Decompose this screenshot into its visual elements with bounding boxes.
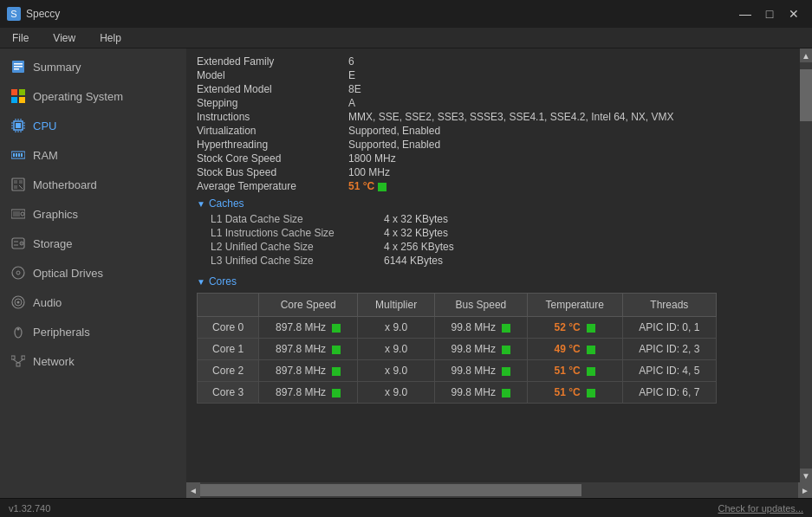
title-bar-left: S Speccy (7, 7, 60, 21)
core-name: Core 3 (198, 382, 259, 404)
caches-arrow-icon: ▼ (197, 199, 205, 209)
core-temperature: 51 °C (527, 360, 622, 382)
cache-row-value: 4 x 32 KBytes (384, 213, 448, 225)
core-multiplier: x 9.0 (358, 382, 435, 404)
svg-rect-5 (19, 89, 25, 95)
sidebar-label-os: Operating System (33, 90, 123, 103)
scroll-right-button[interactable]: ► (798, 482, 812, 498)
status-bar: v1.32.740 Check for updates... (0, 498, 812, 517)
info-row-value: 51 °C (348, 180, 387, 192)
core-multiplier: x 9.0 (358, 317, 435, 339)
cores-table-wrapper: Core SpeedMultiplierBus SpeedTemperature… (197, 293, 789, 404)
sidebar-label-motherboard: Motherboard (33, 178, 97, 191)
core-bus-speed: 99.8 MHz (434, 317, 527, 339)
menu-view[interactable]: View (48, 30, 81, 46)
cache-rows: L1 Data Cache Size4 x 32 KBytesL1 Instru… (197, 213, 789, 267)
check-updates-link[interactable]: Check for updates... (718, 503, 803, 514)
scroll-track-horizontal[interactable] (200, 482, 798, 498)
sidebar-item-optical-drives[interactable]: Optical Drives (0, 258, 186, 288)
scroll-down-button[interactable]: ▼ (800, 469, 812, 482)
info-row-label: Stock Core Speed (197, 152, 348, 165)
sidebar-label-optical-drives: Optical Drives (33, 267, 103, 280)
info-row-label: Average Temperature (197, 180, 348, 192)
info-row-label: Instructions (197, 111, 348, 123)
cache-row-label: L3 Unified Cache Size (211, 255, 384, 267)
sidebar-item-summary[interactable]: Summary (0, 52, 186, 81)
svg-rect-48 (11, 356, 15, 359)
sidebar-label-network: Network (33, 355, 75, 368)
sidebar-item-network[interactable]: Network (0, 346, 186, 376)
info-rows: Extended Family6ModelEExtended Model8ESt… (197, 55, 789, 192)
sidebar-label-peripherals: Peripherals (33, 326, 90, 339)
sidebar-item-audio[interactable]: Audio (0, 288, 186, 317)
svg-line-50 (13, 359, 18, 363)
sidebar-item-ram[interactable]: RAM (0, 140, 186, 170)
scroll-track-vertical[interactable] (800, 62, 812, 469)
core-temperature: 52 °C (527, 317, 622, 339)
info-row-label: Virtualization (197, 125, 348, 137)
info-row-value: 1800 MHz (348, 152, 396, 165)
menu-help[interactable]: Help (94, 30, 127, 46)
cache-row-value: 6144 KBytes (384, 255, 443, 267)
sidebar-item-motherboard[interactable]: Motherboard (0, 170, 186, 199)
cores-column-header: Temperature (527, 294, 622, 317)
svg-rect-7 (19, 97, 25, 103)
sidebar-item-storage[interactable]: Storage (0, 229, 186, 258)
close-button[interactable]: ✕ (783, 5, 805, 23)
network-icon (10, 353, 26, 369)
graphics-icon (10, 206, 26, 222)
cores-table-row: Core 2897.8 MHz x 9.099.8 MHz 51 °C APIC… (198, 360, 717, 382)
scroll-thumb-horizontal[interactable] (200, 484, 581, 496)
sidebar-label-graphics: Graphics (33, 208, 78, 221)
svg-line-51 (18, 359, 23, 363)
cores-column-header: Core Speed (259, 294, 358, 317)
info-row: VirtualizationSupported, Enabled (197, 125, 789, 137)
menu-file[interactable]: File (7, 30, 34, 46)
maximize-button[interactable]: □ (758, 5, 781, 23)
ram-icon (10, 147, 26, 163)
svg-rect-24 (16, 153, 17, 157)
core-bus-speed: 99.8 MHz (434, 360, 527, 382)
svg-rect-9 (16, 123, 21, 128)
svg-rect-2 (14, 66, 23, 68)
cores-table-body: Core 0897.8 MHz x 9.099.8 MHz 52 °C APIC… (198, 317, 717, 404)
svg-rect-25 (18, 153, 20, 157)
info-row: InstructionsMMX, SSE, SSE2, SSE3, SSSE3,… (197, 111, 789, 123)
sidebar-label-ram: RAM (33, 149, 58, 162)
sidebar-item-graphics[interactable]: Graphics (0, 199, 186, 229)
cache-row-value: 4 x 32 KBytes (384, 227, 448, 239)
svg-rect-47 (16, 363, 20, 366)
info-row: SteppingA (197, 97, 789, 109)
core-multiplier: x 9.0 (358, 360, 435, 382)
scroll-left-button[interactable]: ◄ (186, 482, 200, 498)
info-row-value: 6 (348, 55, 354, 68)
cores-table-header-row: Core SpeedMultiplierBus SpeedTemperature… (198, 294, 717, 317)
content-area: Extended Family6ModelEExtended Model8ESt… (186, 48, 812, 498)
sidebar-item-cpu[interactable]: CPU (0, 111, 186, 140)
core-temperature: 49 °C (527, 339, 622, 360)
cores-column-header: Threads (622, 294, 716, 317)
svg-rect-1 (14, 63, 23, 65)
motherboard-icon (10, 177, 26, 192)
svg-rect-23 (13, 153, 15, 157)
info-row-label: Hyperthreading (197, 139, 348, 151)
core-temperature: 51 °C (527, 382, 622, 404)
cache-row-label: L1 Instructions Cache Size (211, 227, 384, 239)
audio-icon (10, 294, 26, 310)
caches-section-header[interactable]: ▼ Caches (197, 197, 789, 210)
svg-rect-33 (13, 211, 20, 216)
scroll-thumb-vertical[interactable] (800, 69, 812, 121)
cores-column-header: Bus Speed (434, 294, 527, 317)
minimize-button[interactable]: — (734, 5, 757, 23)
app-title: Speccy (26, 8, 60, 20)
sidebar-item-os[interactable]: Operating System (0, 81, 186, 111)
svg-rect-6 (11, 97, 17, 103)
core-name: Core 2 (198, 360, 259, 382)
cache-row: L1 Data Cache Size4 x 32 KBytes (197, 213, 789, 225)
scroll-up-button[interactable]: ▲ (800, 48, 812, 62)
sidebar-item-peripherals[interactable]: Peripherals (0, 317, 186, 346)
cpu-icon (10, 118, 26, 133)
storage-icon (10, 236, 26, 251)
content-scroll[interactable]: Extended Family6ModelEExtended Model8ESt… (186, 48, 800, 482)
cores-section-header[interactable]: ▼ Cores (197, 275, 789, 288)
